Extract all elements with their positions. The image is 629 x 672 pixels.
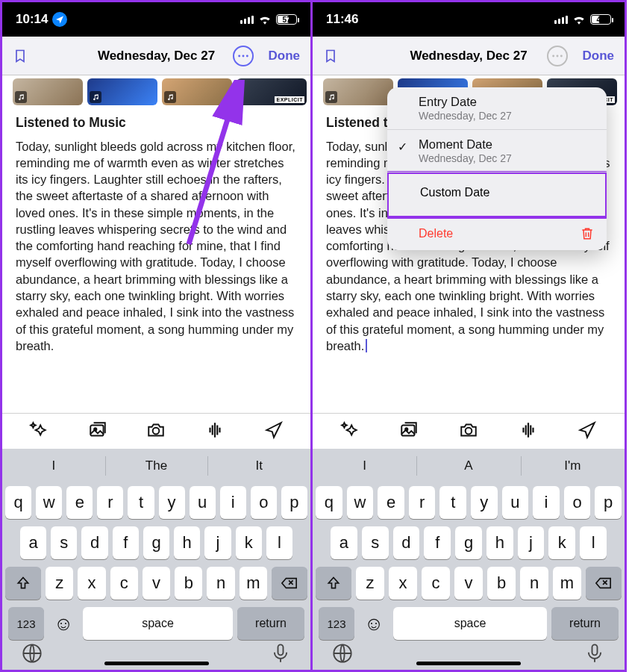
location-button[interactable] — [264, 420, 284, 443]
key-row: a s d f g h j k l — [5, 526, 307, 559]
media-suggestion-strip[interactable]: EXPLICIT — [2, 75, 310, 108]
key-e[interactable]: e — [66, 486, 93, 519]
audio-waveform-button[interactable] — [205, 420, 225, 443]
globe-key[interactable] — [22, 643, 43, 667]
key-i[interactable]: i — [220, 486, 246, 519]
explicit-badge: EXPLICIT — [275, 96, 304, 103]
key-f[interactable]: f — [113, 526, 139, 559]
bookmark-button[interactable] — [13, 47, 28, 65]
key-l[interactable]: l — [266, 526, 292, 559]
popover-custom-date[interactable]: Custom Date — [387, 171, 607, 219]
status-time: 10:14 — [16, 12, 48, 27]
key-row: 123 ☺ space return — [5, 607, 307, 640]
phone-screenshot-right: 11:46 44 Wednesday, Dec 27 Done — [313, 0, 627, 672]
media-tile[interactable] — [13, 78, 83, 105]
key-s[interactable]: s — [51, 526, 77, 559]
keyboard-footer — [2, 640, 310, 670]
prediction-bar: I The It — [2, 449, 310, 483]
music-icon — [164, 91, 176, 103]
prediction-option[interactable]: I — [2, 449, 105, 483]
svg-rect-4 — [90, 425, 103, 435]
key-t[interactable]: t — [128, 486, 154, 519]
key-d[interactable]: d — [81, 526, 107, 559]
key-c[interactable]: c — [110, 567, 138, 600]
entry-text[interactable]: Today, sunlight bleeds gold across my ki… — [16, 138, 297, 354]
wifi-icon — [258, 14, 272, 25]
home-indicator[interactable] — [104, 662, 209, 665]
key-b[interactable]: b — [175, 567, 202, 600]
svg-point-0 — [238, 55, 240, 57]
media-tile[interactable] — [87, 78, 157, 105]
popover-delete[interactable]: Delete — [387, 217, 607, 250]
on-screen-keyboard: I The It q w e r t y u i o p a s d f — [2, 449, 310, 670]
key-w[interactable]: w — [36, 486, 62, 519]
key-v[interactable]: v — [143, 567, 170, 600]
sparkle-suggestions-button[interactable] — [29, 420, 48, 443]
cellular-signal-icon — [240, 16, 254, 24]
key-h[interactable]: h — [174, 526, 200, 559]
location-badge-icon — [52, 12, 67, 27]
key-row: q w e r t y u i o p — [5, 486, 307, 519]
music-icon — [15, 91, 27, 103]
svg-point-1 — [242, 55, 245, 57]
popover-entry-date[interactable]: Entry Date Wednesday, Dec 27 — [387, 87, 607, 130]
key-u[interactable]: u — [190, 486, 216, 519]
entry-title: Listened to Music — [16, 114, 297, 132]
prediction-option[interactable]: It — [207, 449, 310, 483]
key-y[interactable]: y — [159, 486, 185, 519]
media-tile[interactable]: EXPLICIT — [237, 78, 307, 105]
media-tile[interactable] — [162, 78, 232, 105]
key-z[interactable]: z — [46, 567, 73, 600]
phone-screenshot-left: 10:14 57 Wednesday, Dec 27 Done — [0, 0, 313, 672]
numeric-key[interactable]: 123 — [8, 607, 44, 640]
key-r[interactable]: r — [97, 486, 123, 519]
key-n[interactable]: n — [207, 567, 234, 600]
key-j[interactable]: j — [204, 526, 231, 559]
return-key[interactable]: return — [237, 607, 304, 640]
date-options-popover: Entry Date Wednesday, Dec 27 ✓ Moment Da… — [387, 87, 607, 250]
key-a[interactable]: a — [20, 526, 46, 559]
photo-library-button[interactable] — [88, 420, 107, 443]
journal-entry-body[interactable]: Listened to Music Today, sunlight bleeds… — [2, 108, 310, 413]
battery-indicator: 57 — [276, 14, 297, 25]
prediction-option[interactable]: The — [105, 449, 208, 483]
entry-toolbar — [2, 413, 310, 449]
popover-moment-date[interactable]: ✓ Moment Date Wednesday, Dec 27 — [387, 130, 607, 172]
svg-rect-8 — [278, 644, 284, 655]
camera-button[interactable] — [146, 420, 166, 443]
key-p[interactable]: p — [281, 486, 307, 519]
done-button[interactable]: Done — [269, 49, 301, 63]
key-row: z x c v b n m — [5, 567, 307, 600]
key-o[interactable]: o — [251, 486, 277, 519]
svg-point-2 — [246, 55, 248, 57]
checkmark-icon: ✓ — [398, 140, 407, 154]
backspace-key[interactable] — [272, 567, 307, 600]
app-header: Wednesday, Dec 27 Done — [2, 37, 310, 75]
key-m[interactable]: m — [240, 567, 267, 600]
trash-icon — [580, 226, 595, 241]
more-options-button[interactable] — [233, 46, 254, 66]
key-q[interactable]: q — [5, 486, 31, 519]
status-bar: 10:14 57 — [2, 2, 310, 37]
emoji-key[interactable]: ☺ — [48, 607, 78, 640]
key-x[interactable]: x — [78, 567, 105, 600]
svg-point-6 — [153, 427, 160, 434]
music-icon — [90, 91, 101, 103]
header-date[interactable]: Wednesday, Dec 27 — [98, 49, 215, 63]
dictation-key[interactable] — [270, 643, 291, 667]
space-key[interactable]: space — [83, 607, 233, 640]
shift-key[interactable] — [5, 567, 41, 600]
key-k[interactable]: k — [236, 526, 262, 559]
key-g[interactable]: g — [143, 526, 169, 559]
